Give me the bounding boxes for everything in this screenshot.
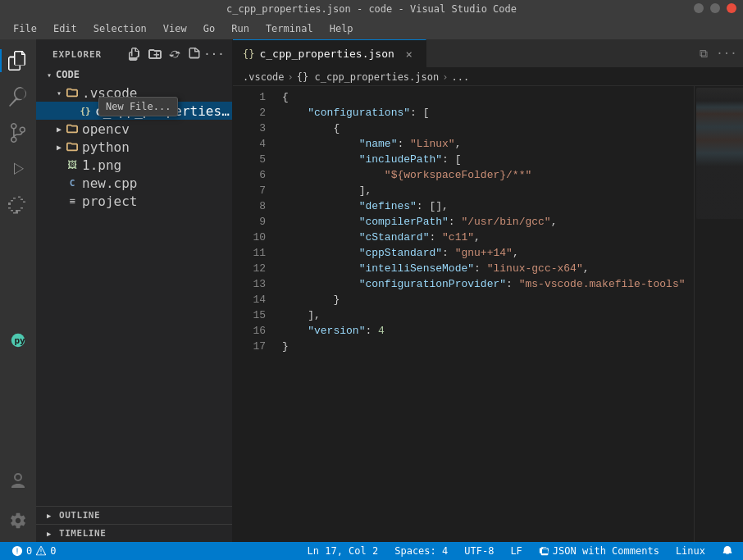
menu-run[interactable]: Run	[225, 21, 256, 36]
status-os[interactable]: Linux	[672, 542, 709, 560]
opencv-label: opencv	[82, 121, 232, 137]
png-label: 1.png	[82, 157, 232, 173]
ln-8: 8	[239, 198, 266, 214]
tab-actions: ⧉ ···	[694, 39, 743, 67]
activity-extensions-icon[interactable]	[0, 187, 36, 223]
tab-label: c_cpp_properties.json	[259, 48, 394, 60]
close-btn[interactable]	[727, 3, 736, 13]
activity-run-debug-icon[interactable]	[0, 151, 36, 187]
ln-1: 1	[239, 89, 266, 105]
code-arrow-icon: ▾	[43, 68, 56, 81]
language-text: JSON with Comments	[553, 545, 659, 557]
new-folder-action[interactable]	[147, 46, 163, 62]
python-folder-icon	[66, 140, 79, 153]
minimize-btn[interactable]	[694, 3, 704, 13]
activity-account-icon[interactable]	[0, 463, 36, 499]
minimap-content	[696, 88, 743, 219]
activity-settings-icon[interactable]	[0, 503, 36, 539]
outline-arrow-icon: ▶	[43, 509, 56, 522]
breadcrumb-file[interactable]: {} c_cpp_properties.json	[297, 71, 439, 83]
encoding-text: UTF-8	[464, 545, 494, 557]
ln-11: 11	[239, 245, 266, 261]
new-file-tooltip: New File...	[98, 97, 178, 116]
error-icon	[11, 545, 23, 557]
breadcrumb-vscode[interactable]: .vscode	[243, 71, 285, 83]
maximize-btn[interactable]	[710, 3, 720, 13]
sidebar-title: EXPLORER	[52, 49, 102, 60]
status-language[interactable]: JSON with Comments	[536, 542, 663, 560]
ln-16: 16	[239, 323, 266, 339]
status-line-ending[interactable]: LF	[507, 542, 525, 560]
tree-item-opencv[interactable]: ▶ opencv	[36, 120, 232, 138]
svg-text:py: py	[14, 335, 25, 345]
png-file-icon: 🖼	[66, 158, 79, 171]
status-errors-section[interactable]: 0 0	[7, 542, 61, 560]
status-position[interactable]: Ln 17, Col 2	[304, 542, 382, 560]
breadcrumb-dots[interactable]: ...	[451, 71, 469, 83]
python-arrow-icon: ▶	[52, 140, 66, 153]
breadcrumb: .vscode › {} c_cpp_properties.json › ...	[233, 68, 743, 86]
tab-cpp-properties[interactable]: {} c_cpp_properties.json ×	[233, 39, 426, 67]
menu-go[interactable]: Go	[197, 21, 221, 36]
title-bar: c_cpp_properties.json - code - Visual St…	[0, 0, 743, 18]
activity-bar: py	[0, 39, 36, 542]
menu-file[interactable]: File	[7, 21, 43, 36]
code-line-8: "defines": [],	[282, 198, 684, 214]
folder-icon	[66, 86, 79, 99]
opencv-folder-icon	[66, 122, 79, 135]
outline-section-header[interactable]: ▶ OUTLINE	[36, 506, 232, 524]
vscode-arrow-icon: ▾	[52, 86, 66, 99]
menu-view[interactable]: View	[157, 21, 194, 36]
menu-edit[interactable]: Edit	[47, 21, 84, 36]
more-actions[interactable]: ···	[206, 46, 222, 62]
menu-terminal[interactable]: Terminal	[259, 21, 320, 36]
code-line-13: "configurationProvider": "ms-vscode.make…	[282, 276, 684, 292]
ln-9: 9	[239, 214, 266, 230]
section-code[interactable]: ▾ CODE	[36, 66, 232, 84]
status-encoding[interactable]: UTF-8	[461, 542, 497, 560]
language-icon	[539, 545, 550, 557]
menu-help[interactable]: Help	[323, 21, 360, 36]
tabs-bar: {} c_cpp_properties.json × ⧉ ···	[233, 39, 743, 68]
ln-5: 5	[239, 152, 266, 167]
tab-json-icon: {}	[243, 48, 254, 60]
json-file-icon: {}	[79, 104, 92, 117]
more-tab-actions-btn[interactable]: ···	[717, 43, 736, 63]
sidebar-actions: ···	[127, 46, 222, 62]
tree-item-project[interactable]: ▶ ≡ project	[36, 192, 232, 210]
code-line-12: "intelliSenseMode": "linux-gcc-x64",	[282, 261, 684, 276]
activity-python-icon[interactable]: py	[0, 322, 36, 358]
outline-label: OUTLINE	[59, 510, 100, 521]
os-text: Linux	[676, 545, 705, 557]
split-editor-btn[interactable]: ⧉	[694, 43, 713, 63]
activity-search-icon[interactable]	[0, 79, 36, 115]
editor-area: {} c_cpp_properties.json × ⧉ ··· .vscode…	[233, 39, 743, 542]
ln-14: 14	[239, 292, 266, 307]
tree-item-png[interactable]: ▶ 🖼 1.png	[36, 156, 232, 174]
code-editor[interactable]: { "configurations": [ { "name": "Linux",…	[272, 86, 694, 542]
ln-13: 13	[239, 276, 266, 292]
code-line-14: }	[282, 292, 684, 307]
menu-selection[interactable]: Selection	[87, 21, 153, 36]
status-notifications[interactable]	[718, 542, 736, 560]
warning-count: 0	[50, 545, 56, 557]
tab-close-btn[interactable]: ×	[403, 48, 416, 61]
collapse-all-action[interactable]	[186, 46, 203, 62]
status-spaces[interactable]: Spaces: 4	[391, 542, 451, 560]
section-code-label: CODE	[56, 69, 232, 80]
timeline-label: TIMELINE	[59, 528, 106, 539]
code-line-17: }	[282, 339, 684, 354]
code-line-15: ],	[282, 307, 684, 323]
tree-item-newcpp[interactable]: ▶ C new.cpp	[36, 174, 232, 192]
warning-icon	[35, 545, 47, 557]
status-bar: 0 0 Ln 17, Col 2 Spaces: 4 UTF-8 LF JSON…	[0, 542, 743, 560]
activity-source-control-icon[interactable]	[0, 115, 36, 151]
newcpp-label: new.cpp	[82, 175, 232, 191]
timeline-section-header[interactable]: ▶ TIMELINE	[36, 524, 232, 542]
status-right: Ln 17, Col 2 Spaces: 4 UTF-8 LF JSON wit…	[304, 542, 736, 560]
code-line-16: "version": 4	[282, 323, 684, 339]
activity-files-icon[interactable]	[0, 43, 36, 79]
new-file-action[interactable]	[127, 46, 144, 62]
tree-item-python[interactable]: ▶ python	[36, 138, 232, 156]
refresh-explorer-action[interactable]	[166, 46, 183, 62]
